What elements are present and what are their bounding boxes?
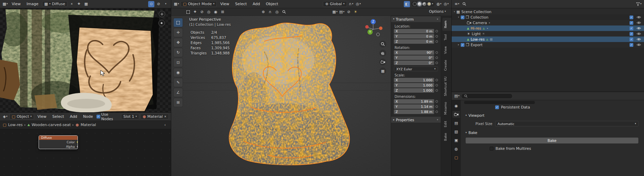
use-nodes-checkbox[interactable] [96, 115, 100, 118]
material-preview-button[interactable] [422, 2, 426, 6]
tab-mixamo[interactable]: Mixamo [442, 99, 451, 117]
pivot-button[interactable] [148, 1, 154, 7]
expand-icon[interactable] [458, 16, 459, 19]
magnet-icon-button[interactable] [267, 9, 273, 15]
properties-search-field[interactable] [461, 93, 513, 99]
node-canvas[interactable]: Diffuse Color Alpha [0, 129, 171, 176]
scale-y-field[interactable]: Y1.000 [394, 83, 434, 87]
menu-object[interactable]: Object [264, 1, 281, 7]
tool-option-icon[interactable] [199, 9, 205, 15]
tab-world[interactable]: ◍ [452, 145, 460, 152]
scale-tool[interactable] [173, 58, 183, 67]
mesh-object[interactable] [213, 21, 350, 165]
shader-type-selector[interactable]: Object [9, 114, 34, 120]
decorate-icon[interactable] [436, 30, 438, 32]
menu-add[interactable]: Add [250, 1, 262, 7]
new-image-button[interactable] [76, 1, 82, 7]
pan-button[interactable] [379, 50, 386, 56]
toggle-perspective-button[interactable] [379, 68, 386, 74]
toggle-xray-button[interactable]: ◧ [404, 1, 410, 7]
tool-option-icon[interactable] [206, 9, 212, 15]
outliner-row-scene-collection[interactable]: Scene Collection [452, 9, 644, 14]
tool-option-icon[interactable] [213, 9, 219, 15]
overlays-button[interactable]: ◍ [436, 1, 442, 7]
rotate-tool[interactable] [173, 48, 183, 57]
outliner-row-collection[interactable]: Collection [452, 14, 644, 20]
annotate-tool[interactable] [173, 78, 183, 87]
eye-icon[interactable] [636, 21, 641, 24]
outliner-row-light[interactable]: Light [452, 31, 644, 37]
scale-x-field[interactable]: X1.000 [394, 78, 434, 82]
zoom-button[interactable] [379, 41, 386, 48]
tab-view-layer[interactable]: ▧ [452, 128, 460, 135]
dimensions-z-field[interactable]: Z1.88 m [394, 110, 434, 114]
select-box-tool[interactable] [173, 18, 183, 27]
orientation-icon-button[interactable] [260, 9, 266, 15]
transform-orientation-selector[interactable]: Global [323, 1, 347, 7]
breadcrumb-mesh[interactable]: Wooden-carved-seat [32, 123, 71, 127]
persistent-data-checkbox[interactable] [495, 105, 499, 109]
collection-checkbox[interactable] [461, 43, 464, 47]
move-tool[interactable] [173, 38, 183, 47]
tab-render[interactable] [452, 111, 460, 118]
menu-view[interactable]: View [9, 1, 23, 7]
display-option-icon[interactable] [346, 9, 352, 15]
editor-type-button[interactable] [2, 1, 8, 7]
expand-icon[interactable] [454, 11, 455, 13]
bake-section-header[interactable]: Bake [466, 131, 477, 135]
tab-tool[interactable] [452, 102, 460, 109]
decorate-icon[interactable] [436, 111, 438, 113]
rotation-z-field[interactable]: Z0° [394, 61, 434, 65]
eye-icon[interactable] [636, 43, 641, 46]
bake-button[interactable]: Bake [466, 137, 638, 144]
dimensions-y-field[interactable]: Y1.14 m [394, 104, 434, 109]
outliner-row-low-res[interactable]: Low-res [452, 37, 644, 42]
material-slot-selector[interactable]: Slot 1 [121, 114, 139, 120]
tab-bake[interactable]: Bake [442, 130, 451, 144]
selectable-checkbox[interactable] [630, 27, 633, 30]
decorate-icon[interactable] [436, 89, 438, 92]
eye-icon[interactable] [636, 27, 641, 30]
snap-button[interactable] [155, 1, 162, 7]
alpha-socket[interactable] [76, 145, 78, 148]
decorate-icon[interactable] [436, 105, 438, 108]
exclude-checkbox[interactable] [630, 43, 633, 47]
exclude-checkbox[interactable] [630, 15, 633, 19]
editor-type-button[interactable] [454, 93, 460, 99]
color-socket[interactable] [76, 141, 78, 143]
tab-edit[interactable]: Edit [442, 118, 451, 130]
tab-output[interactable] [452, 120, 460, 126]
tab-tool[interactable]: Tool [442, 31, 451, 43]
location-z-field[interactable]: Z0 m [394, 39, 434, 44]
decorate-icon[interactable] [436, 79, 438, 81]
decorate-icon[interactable] [436, 100, 438, 103]
image-datablock-selector[interactable]: Diffuse [42, 1, 68, 7]
location-y-field[interactable]: Y0 m [394, 34, 434, 39]
rotation-x-field[interactable]: X90° [394, 50, 434, 55]
wireframe-shading-button[interactable] [413, 2, 417, 6]
gizmos-button[interactable] [443, 1, 449, 7]
transform-panel-header[interactable]: Transform [391, 16, 441, 22]
pixel-size-dropdown[interactable]: Automatic [495, 121, 638, 126]
rotation-mode-dropdown[interactable]: XYZ Euler [394, 66, 438, 71]
properties-panel-header[interactable]: Properties [391, 117, 441, 123]
node-title[interactable]: Diffuse [39, 136, 78, 140]
tool-option-icon[interactable] [219, 9, 226, 15]
open-image-button[interactable] [83, 1, 89, 7]
tab-scene[interactable]: ▣ [452, 137, 460, 144]
selectable-checkbox[interactable] [630, 32, 633, 36]
material-selector[interactable]: Material [140, 114, 169, 120]
tab-object[interactable] [452, 154, 460, 161]
image-canvas[interactable] [0, 9, 171, 112]
menu-select[interactable]: Select [50, 114, 67, 120]
image-texture-node[interactable]: Diffuse Color Alpha [39, 135, 78, 149]
editor-type-button[interactable] [2, 114, 8, 120]
unlink-image-button[interactable] [69, 1, 75, 7]
menu-view[interactable]: View [35, 114, 49, 120]
add-primitive-tool[interactable] [173, 98, 183, 107]
selectable-checkbox[interactable] [630, 21, 633, 25]
scale-z-field[interactable]: Z1.000 [394, 88, 434, 93]
eye-icon[interactable] [636, 38, 641, 41]
scene-lights-icon[interactable] [352, 9, 359, 15]
transform-tool[interactable] [173, 68, 183, 77]
